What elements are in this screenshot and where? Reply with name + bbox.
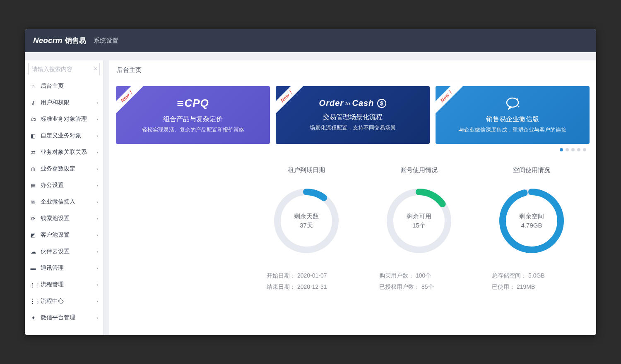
chevron-right-icon: › (96, 315, 98, 320)
stats-row: 租户到期日期剩余天数37天开始日期：2020-01-07结束日期：2020-12… (109, 154, 596, 292)
stat-details: 总存储空间：5.0GB已使用：219MB (475, 270, 588, 292)
sidebar-item-label: 业务参数设定 (41, 165, 96, 172)
chat-icon (504, 97, 521, 110)
sidebar-item-label: 用户和权限 (41, 99, 96, 106)
carousel-dot-1[interactable] (566, 148, 569, 151)
sidebar-item-icon: ⇄ (30, 149, 36, 156)
sidebar-item-8[interactable]: ⟳线索池设置› (25, 210, 103, 227)
stat-title: 租户到期日期 (288, 166, 325, 174)
sidebar-item-5[interactable]: ⫙业务参数设定› (25, 160, 103, 177)
search-input[interactable] (28, 63, 100, 75)
chevron-right-icon: › (96, 299, 98, 304)
sidebar-item-label: 自定义业务对象 (41, 132, 96, 139)
chevron-right-icon: › (96, 249, 98, 254)
stat-details: 开始日期：2020-01-07结束日期：2020-12-31 (250, 270, 363, 292)
sidebar-item-14[interactable]: ✦微信平台管理› (25, 309, 103, 326)
sidebar-item-10[interactable]: ☁伙伴云设置› (25, 243, 103, 260)
sidebar-item-icon: ▬ (30, 265, 36, 271)
sidebar-item-label: 线索池设置 (41, 215, 96, 222)
sidebar-item-label: 业务对象关联关系 (41, 148, 96, 156)
sidebar-item-icon: ⋮⋮ (30, 282, 36, 288)
sidebar-item-icon: ◧ (30, 133, 36, 139)
sidebar-item-11[interactable]: ▬通讯管理› (25, 260, 103, 276)
donut-center: 剩余天数37天 (271, 186, 342, 256)
sidebar-item-13[interactable]: ⋮⋮流程中心› (25, 293, 103, 309)
carousel-dot-3[interactable] (577, 148, 580, 151)
stat-detail-row: 开始日期：2020-01-07 (267, 270, 363, 281)
sidebar-item-2[interactable]: 🗂标准业务对象管理› (25, 111, 103, 127)
carousel-dot-2[interactable] (571, 148, 575, 151)
carousel-dot-0[interactable] (560, 148, 563, 151)
chevron-right-icon: › (96, 100, 98, 105)
chevron-right-icon: › (96, 266, 98, 271)
stat-detail-row: 购买用户数：100个 (379, 270, 475, 281)
chevron-right-icon: › (96, 117, 98, 122)
stat-detail-label: 总存储空间： (492, 272, 527, 279)
chevron-right-icon: › (96, 232, 98, 237)
sidebar-item-label: 企业微信接入 (41, 198, 96, 206)
stat-detail-value: 85个 (421, 283, 434, 290)
chevron-right-icon: › (96, 166, 98, 171)
breadcrumb: 后台主页 (109, 60, 596, 80)
stat-detail-row: 总存储空间：5.0GB (492, 270, 588, 281)
donut-center-label: 剩余天数 (294, 212, 319, 221)
stat-detail-row: 已使用：219MB (492, 281, 588, 292)
carousel-dot-4[interactable] (583, 148, 586, 151)
sidebar-search-wrap: × (25, 60, 103, 78)
promo-desc: 轻松实现灵活、复杂的产品配置和报价策略 (142, 126, 244, 134)
donut-center-label: 剩余可用 (407, 212, 431, 221)
sidebar-item-label: 流程管理 (41, 281, 96, 288)
donut-center: 剩余空间4.79GB (496, 186, 567, 256)
stats-spacer (118, 166, 250, 292)
sidebar-item-1[interactable]: ⚷用户和权限› (25, 94, 103, 111)
chevron-right-icon: › (96, 216, 98, 221)
promo-desc: 与企业微信深度集成，重塑企业与客户的连接 (459, 126, 566, 134)
new-ribbon: New！ (116, 86, 146, 115)
header-section-title: 系统设置 (94, 37, 118, 45)
stat-detail-value: 2020-12-31 (297, 283, 327, 290)
svg-point-2 (518, 106, 520, 107)
chevron-right-icon: › (96, 150, 98, 155)
stat-block-0: 租户到期日期剩余天数37天开始日期：2020-01-07结束日期：2020-12… (250, 166, 363, 292)
sidebar-item-label: 后台主页 (41, 82, 98, 90)
promo-icon: ≡CPQ (177, 97, 209, 110)
donut-chart: 剩余空间4.79GB (496, 186, 567, 256)
chevron-right-icon: › (96, 282, 98, 287)
sidebar-item-4[interactable]: ⇄业务对象关联关系› (25, 144, 103, 160)
sidebar-item-label: 微信平台管理 (41, 314, 96, 321)
sidebar-item-icon: ✦ (30, 315, 36, 321)
sidebar-item-icon: 🗂 (30, 116, 36, 122)
stat-detail-value: 5.0GB (528, 272, 545, 279)
stat-detail-row: 已授权用户数：85个 (379, 281, 475, 292)
promo-card-2[interactable]: New！销售易企业微信版与企业微信深度集成，重塑企业与客户的连接 (436, 86, 590, 144)
promo-card-0[interactable]: New！≡CPQ组合产品与复杂定价轻松实现灵活、复杂的产品配置和报价策略 (116, 86, 270, 144)
sidebar-item-3[interactable]: ◧自定义业务对象› (25, 127, 103, 144)
sidebar-item-icon: ◩ (30, 232, 36, 238)
new-ribbon: New！ (276, 86, 306, 115)
stat-details: 购买用户数：100个已授权用户数：85个 (363, 270, 475, 292)
promo-card-1[interactable]: New！OrdertoCash$交易管理场景化流程场景化流程配置，支持不同交易场… (276, 86, 430, 144)
dollar-icon: $ (377, 99, 386, 108)
chevron-right-icon: › (96, 183, 98, 188)
sidebar-item-label: 办公设置 (41, 182, 96, 189)
sidebar-item-12[interactable]: ⋮⋮流程管理› (25, 276, 103, 293)
sidebar-item-0[interactable]: ⌂后台主页 (25, 78, 103, 94)
sidebar-item-7[interactable]: ✉企业微信接入› (25, 194, 103, 210)
sidebar-item-icon: ⟳ (30, 216, 36, 222)
sidebar-item-6[interactable]: ▤办公设置› (25, 177, 103, 194)
search-clear-icon[interactable]: × (94, 65, 97, 72)
sidebar-item-9[interactable]: ◩客户池设置› (25, 227, 103, 243)
promo-icon (504, 97, 521, 110)
promo-title: 销售易企业微信版 (486, 115, 539, 124)
donut-center-value: 4.79GB (521, 221, 542, 230)
stat-detail-label: 开始日期： (267, 272, 296, 279)
donut-center-value: 15个 (412, 221, 426, 230)
stat-detail-label: 已授权用户数： (379, 283, 420, 290)
logo-subtext: 销售易 (65, 36, 86, 46)
chevron-right-icon: › (96, 199, 98, 204)
sidebar-item-label: 通讯管理 (41, 264, 96, 272)
donut-chart: 剩余天数37天 (271, 186, 342, 256)
promo-cards-row: New！≡CPQ组合产品与复杂定价轻松实现灵活、复杂的产品配置和报价策略New！… (109, 86, 596, 144)
stat-detail-row: 结束日期：2020-12-31 (267, 281, 363, 292)
app-body: × ⌂后台主页⚷用户和权限›🗂标准业务对象管理›◧自定义业务对象›⇄业务对象关联… (25, 52, 596, 335)
